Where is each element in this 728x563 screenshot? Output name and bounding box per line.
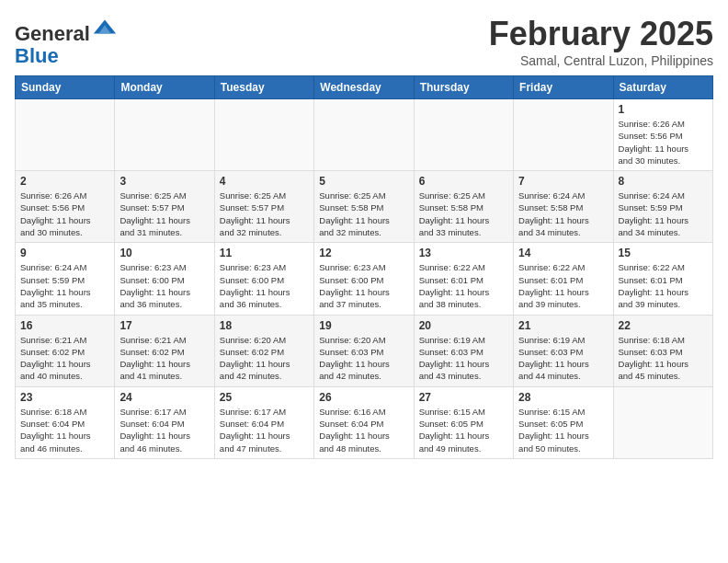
calendar-week-row: 1Sunrise: 6:26 AM Sunset: 5:56 PM Daylig… — [16, 99, 713, 171]
day-number: 7 — [518, 175, 608, 188]
day-number: 16 — [20, 319, 109, 332]
day-info: Sunrise: 6:24 AM Sunset: 5:58 PM Dayligh… — [518, 190, 608, 238]
calendar-header-row: SundayMondayTuesdayWednesdayThursdayFrid… — [16, 76, 713, 99]
calendar-cell — [314, 99, 414, 171]
calendar-cell: 12Sunrise: 6:23 AM Sunset: 6:00 PM Dayli… — [314, 243, 414, 315]
day-info: Sunrise: 6:24 AM Sunset: 5:59 PM Dayligh… — [619, 190, 708, 238]
day-number: 14 — [518, 247, 608, 259]
calendar-week-row: 9Sunrise: 6:24 AM Sunset: 5:59 PM Daylig… — [16, 243, 713, 315]
calendar-cell: 7Sunrise: 6:24 AM Sunset: 5:58 PM Daylig… — [514, 171, 613, 243]
calendar-table: SundayMondayTuesdayWednesdayThursdayFrid… — [15, 75, 713, 459]
calendar-cell — [613, 386, 712, 458]
calendar-cell: 9Sunrise: 6:24 AM Sunset: 5:59 PM Daylig… — [16, 243, 115, 315]
calendar-cell: 2Sunrise: 6:26 AM Sunset: 5:56 PM Daylig… — [16, 171, 115, 243]
day-number: 17 — [119, 319, 209, 332]
day-number: 3 — [119, 175, 209, 188]
calendar-header-friday: Friday — [514, 76, 613, 99]
day-number: 28 — [518, 391, 608, 404]
day-number: 5 — [319, 175, 408, 188]
calendar-cell: 21Sunrise: 6:19 AM Sunset: 6:03 PM Dayli… — [514, 315, 613, 386]
day-number: 6 — [419, 175, 508, 188]
calendar-week-row: 23Sunrise: 6:18 AM Sunset: 6:04 PM Dayli… — [16, 386, 713, 458]
day-number: 23 — [20, 391, 109, 404]
day-number: 18 — [220, 319, 309, 332]
calendar-cell: 19Sunrise: 6:20 AM Sunset: 6:03 PM Dayli… — [314, 315, 414, 386]
day-info: Sunrise: 6:15 AM Sunset: 6:05 PM Dayligh… — [518, 406, 608, 454]
month-year-title: February 2025 — [489, 15, 713, 53]
day-info: Sunrise: 6:15 AM Sunset: 6:05 PM Dayligh… — [419, 406, 508, 454]
calendar-cell: 17Sunrise: 6:21 AM Sunset: 6:02 PM Dayli… — [115, 315, 214, 386]
day-info: Sunrise: 6:25 AM Sunset: 5:57 PM Dayligh… — [119, 190, 209, 238]
calendar-cell: 25Sunrise: 6:17 AM Sunset: 6:04 PM Dayli… — [214, 386, 313, 458]
day-number: 24 — [119, 391, 209, 404]
calendar-cell: 18Sunrise: 6:20 AM Sunset: 6:02 PM Dayli… — [214, 315, 313, 386]
day-info: Sunrise: 6:21 AM Sunset: 6:02 PM Dayligh… — [119, 334, 209, 383]
day-info: Sunrise: 6:25 AM Sunset: 5:57 PM Dayligh… — [220, 190, 309, 238]
calendar-cell: 16Sunrise: 6:21 AM Sunset: 6:02 PM Dayli… — [16, 315, 115, 386]
day-info: Sunrise: 6:16 AM Sunset: 6:04 PM Dayligh… — [319, 406, 408, 454]
day-number: 19 — [319, 319, 408, 332]
calendar-cell: 4Sunrise: 6:25 AM Sunset: 5:57 PM Daylig… — [214, 171, 313, 243]
calendar-cell: 10Sunrise: 6:23 AM Sunset: 6:00 PM Dayli… — [115, 243, 214, 315]
day-number: 22 — [619, 319, 708, 332]
calendar-cell: 15Sunrise: 6:22 AM Sunset: 6:01 PM Dayli… — [613, 243, 712, 315]
calendar-week-row: 2Sunrise: 6:26 AM Sunset: 5:56 PM Daylig… — [16, 171, 713, 243]
calendar-header-wednesday: Wednesday — [314, 76, 414, 99]
logo-general-text: General — [15, 22, 90, 45]
calendar-cell: 8Sunrise: 6:24 AM Sunset: 5:59 PM Daylig… — [613, 171, 712, 243]
day-info: Sunrise: 6:22 AM Sunset: 6:01 PM Dayligh… — [619, 261, 708, 310]
logo-blue-text: Blue — [15, 44, 59, 67]
calendar-cell: 27Sunrise: 6:15 AM Sunset: 6:05 PM Dayli… — [414, 386, 513, 458]
logo-icon — [92, 15, 118, 40]
day-number: 9 — [20, 247, 109, 259]
day-info: Sunrise: 6:22 AM Sunset: 6:01 PM Dayligh… — [518, 261, 608, 310]
day-info: Sunrise: 6:25 AM Sunset: 5:58 PM Dayligh… — [319, 190, 408, 238]
calendar-cell: 11Sunrise: 6:23 AM Sunset: 6:00 PM Dayli… — [214, 243, 313, 315]
day-number: 8 — [619, 175, 708, 188]
day-number: 21 — [518, 319, 608, 332]
calendar-header-thursday: Thursday — [414, 76, 513, 99]
calendar-cell: 6Sunrise: 6:25 AM Sunset: 5:58 PM Daylig… — [414, 171, 513, 243]
calendar-cell: 23Sunrise: 6:18 AM Sunset: 6:04 PM Dayli… — [16, 386, 115, 458]
day-info: Sunrise: 6:23 AM Sunset: 6:00 PM Dayligh… — [220, 261, 309, 310]
calendar-cell: 28Sunrise: 6:15 AM Sunset: 6:05 PM Dayli… — [514, 386, 613, 458]
day-number: 27 — [419, 391, 508, 404]
calendar-cell: 14Sunrise: 6:22 AM Sunset: 6:01 PM Dayli… — [514, 243, 613, 315]
calendar-cell: 1Sunrise: 6:26 AM Sunset: 5:56 PM Daylig… — [613, 99, 712, 171]
day-info: Sunrise: 6:19 AM Sunset: 6:03 PM Dayligh… — [419, 334, 508, 383]
day-info: Sunrise: 6:19 AM Sunset: 6:03 PM Dayligh… — [518, 334, 608, 383]
day-info: Sunrise: 6:20 AM Sunset: 6:03 PM Dayligh… — [319, 334, 408, 383]
day-info: Sunrise: 6:17 AM Sunset: 6:04 PM Dayligh… — [220, 406, 309, 454]
calendar-header-saturday: Saturday — [613, 76, 712, 99]
calendar-cell: 22Sunrise: 6:18 AM Sunset: 6:03 PM Dayli… — [613, 315, 712, 386]
location-subtitle: Samal, Central Luzon, Philippines — [489, 53, 713, 68]
title-block: February 2025 Samal, Central Luzon, Phil… — [489, 15, 713, 68]
calendar-header-monday: Monday — [115, 76, 214, 99]
day-info: Sunrise: 6:25 AM Sunset: 5:58 PM Dayligh… — [419, 190, 508, 238]
day-number: 4 — [220, 175, 309, 188]
day-info: Sunrise: 6:22 AM Sunset: 6:01 PM Dayligh… — [419, 261, 508, 310]
calendar-week-row: 16Sunrise: 6:21 AM Sunset: 6:02 PM Dayli… — [16, 315, 713, 386]
calendar-header-sunday: Sunday — [16, 76, 115, 99]
day-number: 1 — [619, 103, 708, 116]
day-number: 11 — [220, 247, 309, 259]
calendar-cell: 26Sunrise: 6:16 AM Sunset: 6:04 PM Dayli… — [314, 386, 414, 458]
day-info: Sunrise: 6:23 AM Sunset: 6:00 PM Dayligh… — [119, 261, 209, 310]
calendar-cell — [414, 99, 513, 171]
day-info: Sunrise: 6:26 AM Sunset: 5:56 PM Dayligh… — [619, 118, 708, 167]
day-info: Sunrise: 6:20 AM Sunset: 6:02 PM Dayligh… — [220, 334, 309, 383]
day-info: Sunrise: 6:21 AM Sunset: 6:02 PM Dayligh… — [20, 334, 109, 383]
day-info: Sunrise: 6:17 AM Sunset: 6:04 PM Dayligh… — [119, 406, 209, 454]
day-number: 10 — [119, 247, 209, 259]
day-number: 13 — [419, 247, 508, 259]
calendar-cell: 3Sunrise: 6:25 AM Sunset: 5:57 PM Daylig… — [115, 171, 214, 243]
logo: General Blue — [15, 15, 118, 67]
page-header: General Blue February 2025 Samal, Centra… — [15, 15, 713, 68]
day-info: Sunrise: 6:24 AM Sunset: 5:59 PM Dayligh… — [20, 261, 109, 310]
calendar-cell: 5Sunrise: 6:25 AM Sunset: 5:58 PM Daylig… — [314, 171, 414, 243]
calendar-cell: 13Sunrise: 6:22 AM Sunset: 6:01 PM Dayli… — [414, 243, 513, 315]
day-number: 20 — [419, 319, 508, 332]
calendar-cell — [514, 99, 613, 171]
day-info: Sunrise: 6:26 AM Sunset: 5:56 PM Dayligh… — [20, 190, 109, 238]
day-info: Sunrise: 6:18 AM Sunset: 6:03 PM Dayligh… — [619, 334, 708, 383]
